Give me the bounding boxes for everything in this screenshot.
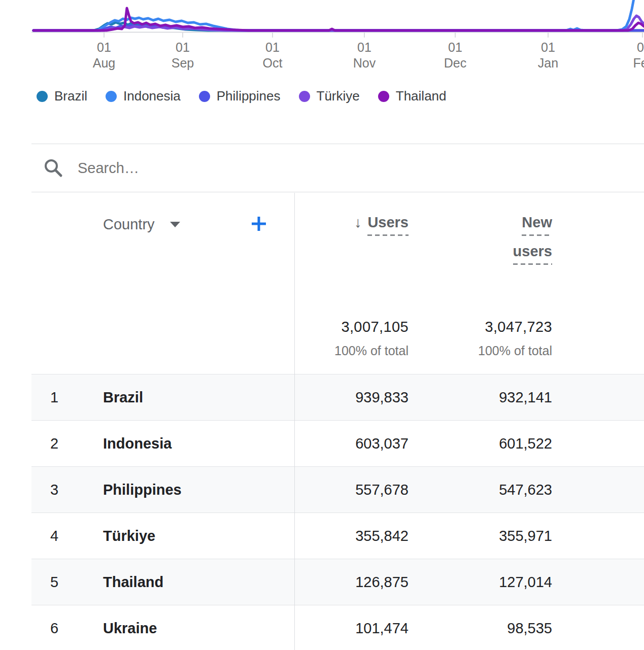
- new-users-total-block: 3,047,723 100% of total: [478, 319, 552, 358]
- legend-item: Thailand: [378, 88, 447, 104]
- table-row: 4 Türkiye 355,842 355,971: [31, 512, 644, 559]
- legend-item: Brazil: [37, 88, 87, 104]
- users-total-value: 3,007,105: [334, 319, 409, 335]
- column-header-new-users[interactable]: New users: [513, 214, 552, 265]
- row-rank: 2: [47, 435, 62, 452]
- analytics-report-page: { "chart_data": { "type": "line", "title…: [0, 0, 644, 650]
- legend-color-dot-icon: [199, 91, 210, 102]
- row-rank: 3: [47, 482, 62, 498]
- row-country: Indonesia: [103, 435, 172, 452]
- sort-descending-icon: ↓: [354, 214, 362, 231]
- users-total-share: 100% of total: [334, 344, 409, 358]
- table-row: 6 Ukraine 101,474 98,535: [31, 605, 644, 650]
- x-axis-label: 01 Dec: [444, 40, 466, 71]
- search-icon: [43, 158, 63, 178]
- search-input[interactable]: [78, 160, 534, 177]
- x-axis-label: 01 Aug: [93, 40, 115, 71]
- x-axis-label: 01 Feb: [633, 40, 644, 71]
- row-country: Türkiye: [103, 528, 155, 544]
- row-users-value: 126,875: [355, 574, 409, 591]
- new-users-header-line1: New: [522, 214, 552, 236]
- column-header-users[interactable]: ↓ Users: [354, 214, 409, 236]
- table-row: 2 Indonesia 603,037 601,522: [31, 420, 644, 466]
- row-rank: 4: [47, 528, 62, 544]
- x-axis-label: 01 Jan: [538, 40, 558, 71]
- legend-label: Philippines: [217, 88, 281, 104]
- chevron-down-icon: [170, 222, 180, 227]
- table-row: 1 Brazil 939,833 932,141: [31, 374, 644, 420]
- row-new-users-value: 127,014: [499, 574, 552, 591]
- users-header-label: Users: [367, 214, 409, 236]
- row-rank: 1: [47, 389, 62, 406]
- table-search-bar: [31, 144, 644, 192]
- chart-legend: Brazil Indonesia Philippines Türkiye Tha…: [37, 88, 447, 104]
- users-total-block: 3,007,105 100% of total: [334, 319, 409, 358]
- row-users-value: 355,842: [355, 528, 409, 544]
- legend-label: Indonesia: [123, 88, 181, 104]
- x-axis-label: 01 Nov: [353, 40, 376, 71]
- row-users-value: 557,678: [355, 482, 409, 498]
- add-dimension-button[interactable]: [250, 215, 268, 233]
- row-country: Thailand: [103, 574, 163, 591]
- row-country: Philippines: [103, 482, 182, 498]
- legend-color-dot-icon: [106, 91, 117, 102]
- legend-color-dot-icon: [37, 91, 48, 102]
- dimension-header-country[interactable]: Country: [103, 216, 180, 233]
- table-row: 5 Thailand 126,875 127,014: [31, 559, 644, 605]
- x-axis-label: 01 Sep: [172, 40, 194, 71]
- legend-item: Indonesia: [106, 88, 181, 104]
- legend-item: Philippines: [199, 88, 281, 104]
- row-users-value: 603,037: [355, 435, 409, 452]
- row-new-users-value: 601,522: [499, 435, 552, 452]
- new-users-header-line2: users: [513, 243, 552, 265]
- legend-label: Brazil: [54, 88, 87, 104]
- row-rank: 5: [47, 574, 62, 591]
- users-over-time-chart[interactable]: [0, 0, 644, 39]
- legend-color-dot-icon: [299, 91, 310, 102]
- legend-item: Türkiye: [299, 88, 360, 104]
- row-new-users-value: 355,971: [499, 528, 552, 544]
- dimension-header-label: Country: [103, 216, 155, 233]
- row-users-value: 101,474: [355, 620, 409, 637]
- row-rank: 6: [47, 620, 62, 637]
- new-users-total-share: 100% of total: [478, 344, 552, 358]
- table-body: 1 Brazil 939,833 932,141 2 Indonesia 603…: [31, 374, 644, 650]
- legend-label: Thailand: [396, 88, 447, 104]
- row-country: Brazil: [103, 389, 143, 406]
- table-row: 3 Philippines 557,678 547,623: [31, 466, 644, 512]
- x-axis-label: 01 Oct: [263, 40, 283, 71]
- row-new-users-value: 932,141: [499, 389, 552, 406]
- row-country: Ukraine: [103, 620, 157, 637]
- legend-color-dot-icon: [378, 91, 389, 102]
- legend-label: Türkiye: [317, 88, 360, 104]
- row-new-users-value: 98,535: [507, 620, 552, 637]
- new-users-total-value: 3,047,723: [478, 319, 552, 335]
- column-divider: [294, 193, 295, 650]
- row-new-users-value: 547,623: [499, 482, 552, 498]
- row-users-value: 939,833: [355, 389, 409, 406]
